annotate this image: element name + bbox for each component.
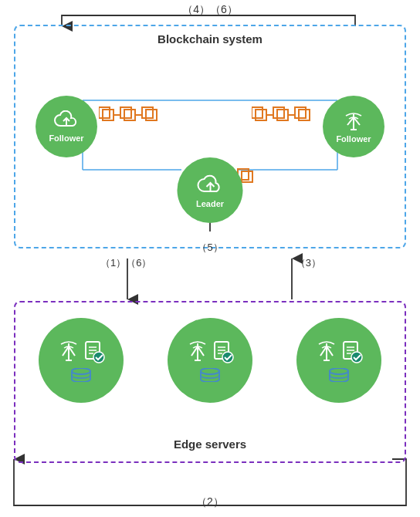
db-icon-1: [70, 368, 92, 382]
top-arrow-label: （4）（6）: [182, 3, 238, 17]
step5-label: （5）: [197, 241, 222, 255]
blockchain-box: Blockchain system Follower: [14, 25, 406, 248]
svg-line-47: [191, 346, 198, 356]
blocks-right: [252, 105, 321, 125]
svg-point-44: [93, 352, 104, 363]
db-icon-3: [328, 368, 350, 382]
cloud-upload-icon: [196, 173, 224, 198]
svg-point-55: [201, 368, 219, 374]
svg-line-58: [327, 346, 333, 356]
step3-label: （3）: [296, 256, 321, 270]
follower-left-label: Follower: [49, 133, 83, 143]
follower-right-label: Follower: [336, 134, 371, 144]
doc-check-icon-1: [83, 340, 105, 365]
blockchain-title: Blockchain system: [158, 32, 262, 46]
svg-line-37: [63, 346, 69, 356]
tower-icon-edge3: [315, 339, 338, 365]
leader-label: Leader: [196, 199, 224, 208]
bottom-arrow-label: （2）: [196, 495, 224, 509]
follower-left-node: Follower: [36, 96, 97, 157]
svg-line-57: [320, 346, 327, 356]
db-icon-2: [199, 368, 221, 382]
svg-point-45: [72, 368, 90, 374]
antenna-icon-right: [341, 110, 366, 133]
edge-node-3: [296, 318, 381, 403]
edge-node-1: [39, 318, 124, 403]
svg-point-54: [222, 352, 233, 363]
tower-icon-edge2: [186, 339, 209, 365]
step1-6-label: （1）（6）: [100, 256, 151, 270]
svg-point-65: [330, 368, 348, 374]
leader-node: Leader: [178, 157, 243, 223]
diagram: （4）（6） Blockchain system Follower: [0, 0, 420, 517]
blocks-left: [99, 105, 168, 125]
svg-point-64: [351, 352, 362, 363]
tower-icon-edge1: [57, 339, 80, 365]
edge-servers-title: Edge servers: [174, 438, 246, 451]
follower-right-node: Follower: [323, 96, 384, 157]
svg-line-38: [69, 346, 75, 356]
edge-node-2: [168, 318, 252, 403]
doc-check-icon-3: [341, 340, 363, 365]
doc-check-icon-2: [212, 340, 234, 365]
svg-line-48: [198, 346, 204, 356]
edge-servers-box: Edge servers: [14, 301, 406, 463]
cloud-icon: [54, 110, 79, 132]
